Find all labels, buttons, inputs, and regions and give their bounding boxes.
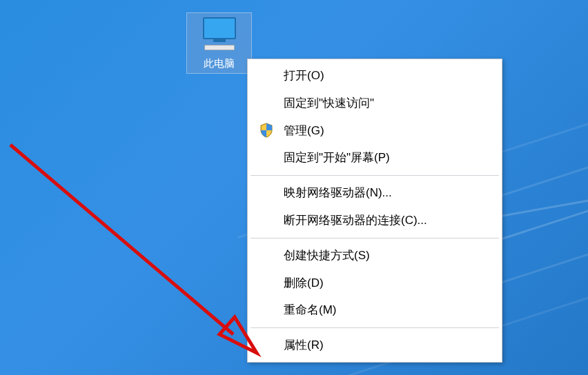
- menu-separator: [251, 175, 499, 176]
- menu-item-disconnect-network-drive[interactable]: 断开网络驱动器的连接(C)...: [249, 207, 500, 234]
- menu-item-label: 映射网络驱动器(N)...: [284, 186, 392, 199]
- desktop-icon-label: 此电脑: [188, 57, 250, 70]
- shield-icon: [259, 123, 273, 138]
- menu-item-pin-quick-access[interactable]: 固定到"快速访问": [249, 90, 500, 117]
- menu-item-label: 重命名(M): [284, 303, 336, 316]
- menu-item-label: 管理(G): [284, 124, 324, 137]
- menu-item-label: 断开网络驱动器的连接(C)...: [284, 214, 427, 227]
- menu-separator: [251, 327, 499, 328]
- menu-item-manage[interactable]: 管理(G): [249, 117, 500, 145]
- svg-line-0: [10, 145, 233, 334]
- menu-item-label: 属性(R): [284, 338, 324, 352]
- menu-separator: [251, 238, 499, 239]
- menu-item-create-shortcut[interactable]: 创建快捷方式(S): [249, 242, 500, 270]
- menu-item-label: 删除(D): [284, 276, 324, 290]
- menu-item-label: 固定到"开始"屏幕(P): [284, 151, 390, 164]
- menu-item-open[interactable]: 打开(O): [249, 62, 500, 90]
- menu-item-delete[interactable]: 删除(D): [249, 270, 500, 297]
- menu-item-label: 创建快捷方式(S): [284, 249, 370, 262]
- context-menu: 打开(O) 固定到"快速访问" 管理(G) 固定到"开始"屏幕(P) 映射网络驱…: [247, 59, 502, 363]
- menu-item-label: 固定到"快速访问": [284, 97, 374, 110]
- menu-item-rename[interactable]: 重命名(M): [249, 296, 500, 324]
- menu-item-label: 打开(O): [284, 69, 324, 82]
- menu-item-map-network-drive[interactable]: 映射网络驱动器(N)...: [249, 179, 500, 207]
- menu-item-properties[interactable]: 属性(R): [249, 332, 500, 359]
- this-pc-desktop-icon[interactable]: 此电脑: [186, 12, 252, 74]
- menu-item-pin-start[interactable]: 固定到"开始"屏幕(P): [249, 144, 500, 172]
- computer-icon: [199, 17, 240, 53]
